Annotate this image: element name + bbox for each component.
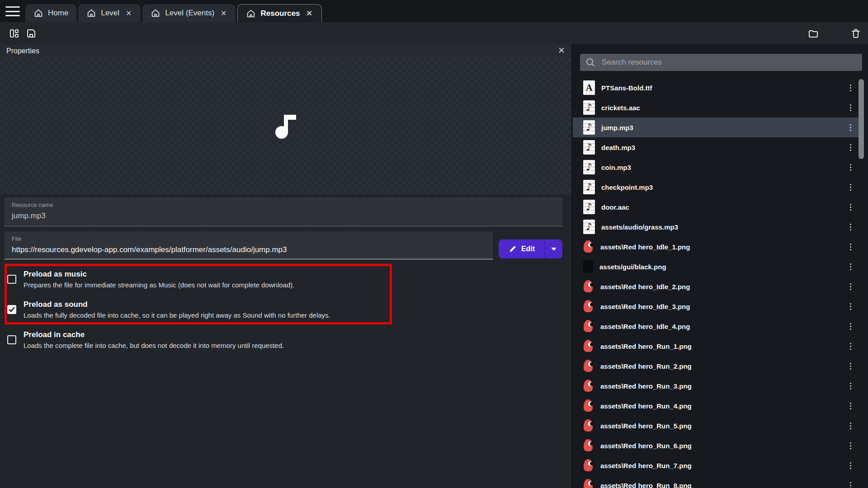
resource-list-item[interactable]: assets/gui/black.png	[573, 257, 860, 277]
tab-level-events-[interactable]: Level (Events) ✕	[142, 4, 236, 22]
tab-home[interactable]: Home	[25, 4, 76, 22]
close-icon[interactable]: ✕	[558, 45, 565, 56]
resource-list-item[interactable]: assets\Red hero_Run_7.png	[573, 455, 860, 475]
resource-list-item[interactable]: assets\Red hero_Idle_3.png	[573, 296, 860, 316]
editor-tabs: Home Level ✕ Level (Events) ✕ Resources …	[25, 4, 322, 22]
save-icon[interactable]	[25, 28, 37, 39]
kebab-menu-icon[interactable]	[844, 323, 857, 330]
kebab-menu-icon[interactable]	[844, 462, 857, 469]
kebab-menu-icon[interactable]	[844, 283, 857, 290]
resource-list-item[interactable]: assets\Red hero_Run_4.png	[573, 396, 860, 416]
kebab-menu-icon[interactable]	[844, 184, 857, 191]
resource-list-item[interactable]: ♪ jump.mp3	[573, 117, 860, 137]
resource-filename: coin.mp3	[601, 164, 844, 171]
resource-filename: assets\Red hero_Idle_2.png	[600, 283, 844, 291]
kebab-menu-icon[interactable]	[844, 422, 857, 429]
resource-filename: assets\Red hero_Run_2.png	[600, 362, 844, 370]
tab-label: Level	[101, 9, 119, 18]
resource-list-item[interactable]: assets\Red hero_Run_5.png	[573, 416, 860, 436]
tab-level[interactable]: Level ✕	[78, 4, 141, 22]
kebab-menu-icon[interactable]	[844, 204, 857, 211]
kebab-menu-icon[interactable]	[844, 442, 857, 449]
kebab-menu-icon[interactable]	[844, 104, 857, 111]
home-icon	[86, 8, 96, 18]
kebab-menu-icon[interactable]	[844, 343, 857, 350]
option-description: Prepares the file for immediate streamin…	[24, 281, 294, 289]
sprite-thumbnail-icon	[583, 299, 594, 314]
kebab-menu-icon[interactable]	[844, 303, 857, 310]
panels-layout-icon[interactable]	[8, 28, 20, 39]
option-description: Loads the fully decoded file into cache,…	[24, 311, 330, 319]
resource-name-field[interactable]: Resource name jump.mp3	[5, 197, 562, 226]
resource-filename: assets\Red hero_Run_5.png	[600, 422, 844, 430]
resource-list-item[interactable]: ♪ checkpoint.mp3	[573, 177, 860, 197]
kebab-menu-icon[interactable]	[844, 144, 857, 151]
checkbox[interactable]	[7, 275, 16, 284]
audio-file-icon: ♪	[583, 140, 595, 155]
option-description: Loads the complete file into cache, but …	[24, 342, 284, 349]
file-url-field[interactable]: File https://resources.gdevelop-app.com/…	[5, 231, 493, 259]
kebab-menu-icon[interactable]	[844, 244, 857, 250]
tab-close-icon[interactable]: ✕	[305, 9, 313, 18]
resource-list-item[interactable]: assets\Red hero_Run_2.png	[573, 356, 860, 376]
resource-list-item[interactable]: assets\Red hero_Run_1.png	[573, 336, 860, 356]
resource-list-item[interactable]: assets\Red hero_Idle_2.png	[573, 277, 860, 296]
edit-dropdown-arrow[interactable]	[545, 239, 562, 258]
kebab-menu-icon[interactable]	[844, 84, 857, 91]
resource-filename: jump.mp3	[601, 124, 844, 131]
tab-resources[interactable]: Resources ✕	[237, 4, 321, 22]
resource-filename: assets/audio/grass.mp3	[601, 223, 844, 231]
resource-list-item[interactable]: ♪ door.aac	[573, 197, 860, 217]
kebab-menu-icon[interactable]	[844, 383, 857, 389]
kebab-menu-icon[interactable]	[844, 363, 857, 370]
audio-file-icon: ♪	[583, 200, 595, 214]
search-placeholder: Search resources	[602, 58, 662, 67]
resource-filename: assets\Red hero_Run_6.png	[600, 442, 844, 450]
resource-filename: crickets.aac	[601, 104, 844, 112]
resource-filename: PTSans-Bold.ttf	[601, 84, 844, 92]
sprite-thumbnail-icon	[583, 319, 594, 333]
option-title: Preload as sound	[24, 300, 330, 309]
resource-list-item[interactable]: assets\Red hero_Idle_1.png	[573, 237, 860, 257]
resource-filename: assets\Red hero_Run_7.png	[600, 462, 844, 469]
search-input[interactable]: Search resources	[580, 54, 862, 71]
scrollbar-thumb[interactable]	[859, 79, 864, 159]
resource-filename: death.mp3	[601, 144, 844, 151]
trash-icon[interactable]	[850, 28, 862, 39]
edit-button[interactable]: Edit	[499, 239, 562, 258]
kebab-menu-icon[interactable]	[844, 403, 857, 409]
resource-list-item[interactable]: ♪ death.mp3	[573, 137, 860, 157]
checkbox[interactable]	[7, 335, 16, 344]
sprite-thumbnail-icon	[583, 478, 594, 488]
resource-list-item[interactable]: assets\Red hero_Run_8.png	[573, 475, 860, 488]
home-icon	[246, 9, 256, 19]
tab-close-icon[interactable]: ✕	[125, 9, 132, 18]
audio-file-icon: ♪	[583, 100, 595, 115]
audio-file-icon: ♪	[583, 220, 595, 234]
sprite-thumbnail-icon	[583, 379, 594, 393]
black-image-thumbnail-icon	[583, 260, 593, 273]
checkbox[interactable]	[7, 305, 16, 314]
resource-list-item[interactable]: A PTSans-Bold.ttf	[573, 78, 860, 98]
kebab-menu-icon[interactable]	[844, 124, 857, 131]
sprite-thumbnail-icon	[583, 458, 594, 473]
resources-panel: Search resources A PTSans-Bold.ttf ♪ cri…	[573, 44, 868, 488]
hamburger-menu-icon[interactable]	[5, 6, 20, 16]
folder-icon[interactable]	[807, 28, 819, 39]
resource-list-item[interactable]: ♪ assets/audio/grass.mp3	[573, 217, 860, 237]
resource-list-item[interactable]: ♪ coin.mp3	[573, 157, 860, 177]
resource-list-item[interactable]: assets\Red hero_Idle_4.png	[573, 316, 860, 336]
kebab-menu-icon[interactable]	[844, 482, 857, 488]
resource-list-item[interactable]: assets\Red hero_Run_3.png	[573, 376, 860, 396]
kebab-menu-icon[interactable]	[844, 263, 857, 270]
kebab-menu-icon[interactable]	[844, 224, 857, 230]
resource-filename: assets\Red hero_Idle_3.png	[600, 303, 844, 310]
resource-list-item[interactable]: ♪ crickets.aac	[573, 98, 860, 117]
music-note-icon	[275, 113, 296, 139]
kebab-menu-icon[interactable]	[844, 164, 857, 171]
edit-button-label: Edit	[521, 245, 535, 253]
resource-list-item[interactable]: assets\Red hero_Run_6.png	[573, 436, 860, 455]
sprite-thumbnail-icon	[583, 279, 594, 294]
tab-close-icon[interactable]: ✕	[220, 9, 227, 18]
option-title: Preload as music	[24, 270, 294, 279]
